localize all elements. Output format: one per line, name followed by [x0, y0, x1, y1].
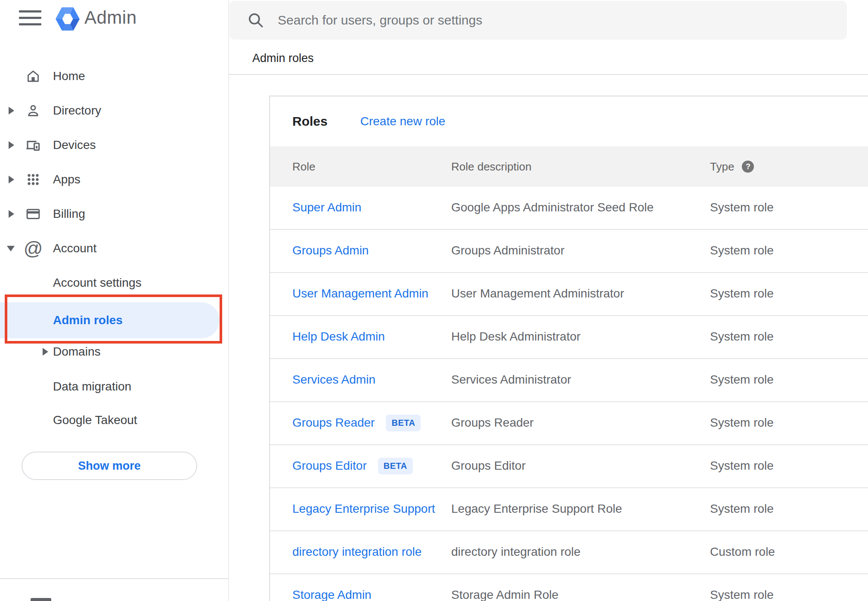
expand-arrow-icon[interactable]	[9, 141, 14, 149]
search-icon	[247, 11, 265, 29]
role-description-cell: Groups Editor	[451, 445, 526, 486]
table-header-row: Role Role description Type ?	[270, 146, 868, 187]
sidebar-item-devices[interactable]: Devices	[0, 128, 229, 162]
sidebar-item-label: Directory	[53, 93, 101, 128]
sidebar-item-label: Apps	[53, 162, 81, 197]
role-description-cell: Legacy Enterprise Support Role	[451, 488, 622, 530]
role-cell: directory integration role	[292, 531, 422, 573]
role-type-cell: System role	[710, 574, 774, 601]
create-new-role-link[interactable]: Create new role	[360, 115, 446, 128]
role-link[interactable]: Super Admin	[292, 201, 361, 214]
expand-arrow-icon[interactable]	[9, 107, 14, 115]
role-description-cell: Groups Administrator	[451, 230, 564, 271]
role-link[interactable]: directory integration role	[292, 545, 422, 559]
table-row: Help Desk AdminHelp Desk AdministratorSy…	[270, 316, 868, 359]
table-row: Groups EditorBETAGroups EditorSystem rol…	[270, 445, 868, 488]
sidebar-item-label: Devices	[53, 128, 96, 162]
app-title: Admin	[84, 7, 137, 28]
sidebar-content-divider	[228, 0, 229, 601]
role-type-cell: System role	[710, 359, 774, 400]
role-link[interactable]: Groups Admin	[292, 244, 369, 257]
role-link[interactable]: Help Desk Admin	[292, 330, 385, 344]
sidebar-item-domains[interactable]: Domains	[0, 335, 229, 369]
role-type-cell: Custom role	[710, 531, 775, 573]
collapse-arrow-icon[interactable]	[7, 246, 15, 251]
expand-arrow-icon[interactable]	[9, 210, 14, 218]
sidebar-item-label: Domains	[53, 335, 100, 369]
sidebar-item-label: Google Takeout	[53, 403, 137, 437]
expand-arrow-icon[interactable]	[9, 176, 14, 183]
table-row: Super AdminGoogle Apps Administrator See…	[270, 187, 868, 230]
role-cell: User Management Admin	[292, 273, 428, 314]
role-description-cell: Help Desk Administrator	[451, 316, 580, 357]
table-row: Groups AdminGroups AdministratorSystem r…	[270, 230, 868, 273]
role-link[interactable]: Groups Reader	[292, 416, 375, 430]
sidebar-item-billing[interactable]: Billing	[0, 197, 229, 231]
search-input[interactable]: Search for users, groups or settings	[229, 1, 847, 40]
role-type-cell: System role	[710, 445, 774, 486]
home-icon	[25, 68, 42, 85]
column-header-role-description: Role description	[451, 146, 531, 187]
devices-icon	[25, 136, 42, 154]
sidebar-item-label: Home	[53, 59, 85, 93]
role-cell: Storage Admin	[292, 574, 372, 601]
role-description-cell: Services Administrator	[451, 359, 571, 400]
role-type-cell: System role	[710, 230, 774, 271]
apps-grid-icon	[25, 171, 42, 188]
roles-table-body: Super AdminGoogle Apps Administrator See…	[270, 187, 868, 601]
sidebar: Admin HomeDirectoryDevicesAppsBilling@Ac…	[0, 0, 229, 601]
role-description-cell: Groups Reader	[451, 402, 533, 443]
sidebar-item-google-takeout[interactable]: Google Takeout	[0, 403, 229, 437]
role-link[interactable]: Services Admin	[292, 373, 375, 387]
column-header-role: Role	[292, 146, 315, 187]
header-divider	[229, 74, 868, 75]
table-row: Storage AdminStorage Admin RoleSystem ro…	[270, 574, 868, 601]
sidebar-item-directory[interactable]: Directory	[0, 93, 229, 128]
role-link[interactable]: User Management Admin	[292, 287, 428, 300]
sidebar-item-home[interactable]: Home	[0, 59, 229, 93]
person-icon	[25, 102, 42, 119]
role-type-cell: System role	[710, 402, 774, 443]
role-description-cell: Google Apps Administrator Seed Role	[451, 187, 654, 228]
role-type-cell: System role	[710, 273, 774, 314]
search-placeholder-text: Search for users, groups or settings	[278, 1, 482, 40]
roles-card: Roles Create new role Role Role descript…	[269, 96, 868, 601]
role-link[interactable]: Legacy Enterprise Support	[292, 502, 435, 516]
admin-console-page: Admin HomeDirectoryDevicesAppsBilling@Ac…	[0, 0, 868, 601]
beta-badge: BETA	[378, 458, 413, 474]
role-cell: Groups ReaderBETA	[292, 402, 421, 443]
sidebar-item-label: Account	[53, 231, 96, 266]
hamburger-menu-icon[interactable]	[19, 9, 41, 28]
sidebar-item-admin-roles[interactable]: Admin roles	[0, 301, 229, 339]
sidebar-item-account[interactable]: @Account	[0, 231, 229, 266]
credit-card-icon	[25, 205, 42, 223]
role-description-cell: Storage Admin Role	[451, 574, 558, 601]
role-link[interactable]: Groups Editor	[292, 459, 367, 473]
role-cell: Services Admin	[292, 359, 375, 400]
breadcrumb: Admin roles	[252, 52, 314, 65]
at-sign-icon: @	[25, 240, 42, 257]
table-row: Groups ReaderBETAGroups ReaderSystem rol…	[270, 402, 868, 445]
column-header-type: Type ?	[710, 146, 754, 187]
roles-card-header: Roles Create new role	[270, 96, 868, 146]
expand-arrow-icon[interactable]	[43, 348, 48, 356]
table-row: Services AdminServices AdministratorSyst…	[270, 359, 868, 402]
role-cell: Help Desk Admin	[292, 316, 385, 357]
role-description-cell: User Management Administrator	[451, 273, 624, 314]
role-type-cell: System role	[710, 488, 774, 530]
role-type-cell: System role	[710, 187, 774, 228]
sidebar-item-label: Billing	[53, 197, 85, 231]
sidebar-item-apps[interactable]: Apps	[0, 162, 229, 197]
question-mark-help-icon[interactable]: ?	[742, 161, 754, 173]
admin-hexagon-logo-icon	[55, 7, 80, 31]
show-more-button[interactable]: Show more	[22, 452, 197, 480]
role-description-cell: directory integration role	[451, 531, 580, 573]
role-link[interactable]: Storage Admin	[292, 588, 372, 601]
sidebar-item-data-migration[interactable]: Data migration	[0, 369, 229, 404]
sidebar-divider	[0, 578, 229, 579]
role-cell: Groups EditorBETA	[292, 445, 413, 486]
role-cell: Legacy Enterprise Support	[292, 488, 435, 530]
table-row: User Management AdminUser Management Adm…	[270, 273, 868, 316]
beta-badge: BETA	[386, 415, 421, 431]
roles-title: Roles	[292, 114, 328, 129]
